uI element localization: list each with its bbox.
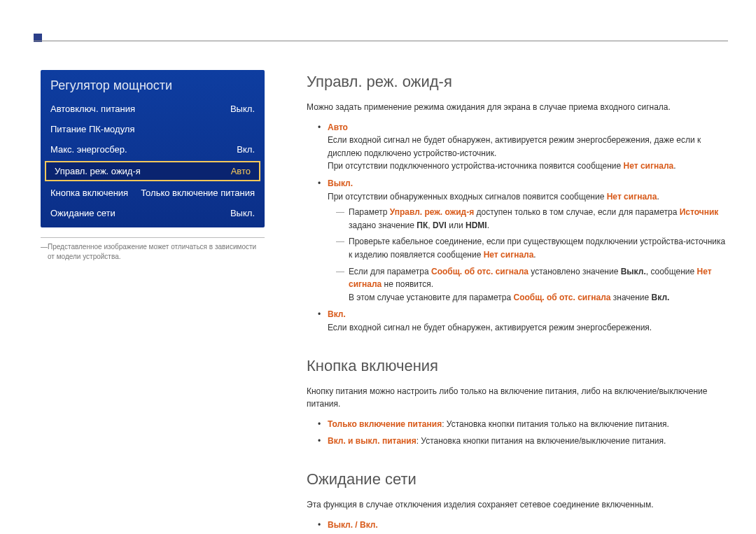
- menu-value: Только включение питания: [141, 188, 255, 198]
- list-item: Вкл. Если входной сигнал не будет обнару…: [307, 308, 728, 334]
- menu-label: Кнопка включения: [50, 188, 128, 198]
- menu-label: Ожидание сети: [50, 208, 115, 218]
- note-item: Проверьте кабельное соединение, если при…: [328, 235, 728, 261]
- menu-row-auto-power[interactable]: Автовключ. питания Выкл.: [41, 99, 265, 119]
- heading-standby: Управл. реж. ожид-я: [307, 70, 728, 94]
- paragraph: Если входной сигнал не будет обнаружен, …: [328, 134, 728, 160]
- menu-caption: Представленное изображение может отличат…: [41, 237, 265, 262]
- menu-title: Регулятор мощности: [41, 70, 265, 99]
- option-off: Выкл.: [328, 178, 353, 188]
- menu-value: Авто: [231, 166, 251, 176]
- paragraph: При отсутствии обнаруженных входных сигн…: [328, 190, 728, 204]
- list-item: Только включение питания: Установка кноп…: [307, 418, 728, 431]
- list-item: Выкл. При отсутствии обнаруженных входны…: [307, 177, 728, 304]
- osd-menu: Регулятор мощности Автовключ. питания Вы…: [41, 70, 265, 227]
- paragraph: Если входной сигнал не будет обнаружен, …: [328, 321, 728, 335]
- menu-value: Вкл.: [237, 144, 255, 155]
- menu-label: Макс. энергосбер.: [50, 144, 127, 155]
- heading-network-standby: Ожидание сети: [307, 468, 728, 491]
- heading-power-button: Кнопка включения: [307, 354, 728, 378]
- list-item: Вкл. и выкл. питания: Установка кнопки п…: [307, 435, 728, 448]
- paragraph: При отсутствии подключенного устройства-…: [328, 160, 728, 173]
- paragraph: Кнопку питания можно настроить либо толь…: [307, 385, 728, 411]
- menu-value: Выкл.: [230, 104, 255, 114]
- menu-label: Управл. реж. ожид-я: [55, 166, 141, 176]
- note-item: Если для параметра Сообщ. об отс. сигнал…: [328, 265, 728, 304]
- menu-row-standby-control[interactable]: Управл. реж. ожид-я Авто: [45, 161, 260, 181]
- menu-row-power-button[interactable]: Кнопка включения Только включение питани…: [41, 183, 265, 203]
- menu-label: Автовключ. питания: [50, 104, 135, 114]
- list-item: Выкл. / Вкл.: [307, 519, 728, 532]
- paragraph: Можно задать применение режима ожидания …: [307, 101, 728, 114]
- paragraph: Эта функция в случае отключения изделия …: [307, 498, 728, 512]
- option-auto: Авто: [328, 122, 348, 132]
- note-item: Параметр Управл. реж. ожид-я доступен то…: [328, 206, 728, 232]
- list-item: Авто Если входной сигнал не будет обнару…: [307, 121, 728, 173]
- option-on: Вкл.: [328, 309, 346, 319]
- menu-row-max-energy[interactable]: Макс. энергосбер. Вкл.: [41, 139, 265, 160]
- menu-label: Питание ПК-модуля: [50, 124, 134, 134]
- menu-value: Выкл.: [230, 208, 255, 218]
- menu-row-pc-module[interactable]: Питание ПК-модуля: [41, 119, 265, 139]
- content: Управл. реж. ожид-я Можно задать примене…: [307, 70, 728, 534]
- menu-row-network-standby[interactable]: Ожидание сети Выкл.: [41, 203, 265, 223]
